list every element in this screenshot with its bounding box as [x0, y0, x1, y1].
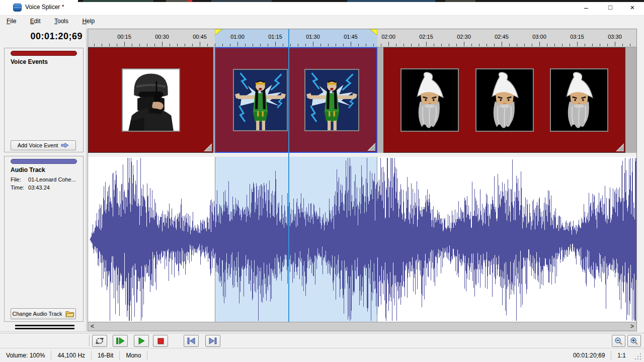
ruler-label: 03:15 — [570, 34, 584, 40]
clip-resize-grip-icon[interactable] — [616, 143, 624, 151]
ruler-label: 02:45 — [495, 34, 509, 40]
divider — [0, 331, 87, 332]
voice-splicer-window: Voice Splicer * – □ × File Edit Tools He… — [0, 0, 644, 362]
clip-resize-grip-icon[interactable] — [204, 143, 212, 151]
toolbar-separator — [89, 335, 90, 346]
menu-help[interactable]: Help — [77, 16, 100, 27]
maximize-button[interactable]: □ — [599, 0, 622, 15]
timeline-view: 00:1500:3000:4501:0001:1501:3001:4502:00… — [88, 29, 637, 331]
old-wizard-image — [550, 68, 608, 132]
separator-bar — [15, 328, 74, 329]
selection-start-marker[interactable] — [215, 29, 222, 35]
play-button[interactable] — [134, 335, 149, 347]
file-name: 01-Leonard Cohe... — [28, 176, 76, 183]
ruler-tick — [517, 44, 517, 46]
scroll-left-button[interactable]: < — [88, 322, 97, 331]
ruler-tick — [562, 44, 562, 46]
ruler-label: 00:15 — [117, 34, 131, 40]
ruler-tick — [471, 44, 472, 46]
clip-resize-grip-icon[interactable] — [367, 143, 375, 151]
ruler-tick — [290, 44, 291, 46]
ruler-tick — [320, 44, 321, 46]
ruler-tick — [230, 44, 230, 46]
ruler-tick — [381, 44, 381, 46]
play-from-start-icon — [116, 337, 125, 345]
ruler-tick — [592, 44, 593, 46]
ruler-tick — [449, 44, 449, 46]
stop-button[interactable] — [153, 335, 168, 347]
ruler-tick — [207, 44, 208, 46]
loop-icon — [95, 337, 105, 345]
ruler-tick — [185, 44, 185, 46]
skip-to-end-button[interactable] — [205, 335, 220, 347]
minimize-button[interactable]: – — [575, 0, 598, 15]
ruler-tick — [464, 42, 464, 46]
ruler-tick — [419, 44, 419, 46]
menu-tools[interactable]: Tools — [49, 16, 73, 27]
ruler-tick — [245, 44, 246, 46]
ruler-tick — [479, 44, 479, 46]
selection-end-marker[interactable] — [370, 29, 377, 35]
horizontal-scrollbar[interactable]: < > — [88, 322, 636, 331]
ruler-label: 03:00 — [532, 34, 546, 40]
ruler-tick — [373, 44, 374, 46]
voice-event-clip-wizard[interactable] — [383, 47, 625, 153]
ruler-tick — [494, 44, 495, 46]
play-all-button[interactable] — [113, 335, 128, 347]
scroll-right-button[interactable]: > — [628, 322, 636, 331]
time-ruler[interactable]: 00:1500:3000:4501:0001:1501:3001:4502:00… — [88, 29, 636, 47]
ruler-tick — [388, 42, 389, 46]
track-divider — [88, 153, 636, 157]
window-resize-grip-icon[interactable] — [635, 353, 642, 360]
waveform-view[interactable] — [88, 157, 636, 322]
voice-events-track — [88, 47, 636, 153]
audio-track-color-bar — [11, 159, 77, 164]
transport-toolbar — [0, 333, 644, 348]
app-logo-icon — [13, 4, 22, 12]
ruler-tick — [509, 44, 510, 46]
change-audio-track-button[interactable]: Change Audio Track — [11, 308, 76, 319]
ruler-tick — [539, 42, 540, 46]
background-window-sliver — [78, 0, 644, 2]
ruler-tick — [532, 44, 532, 46]
old-wizard-image — [475, 68, 534, 132]
status-sample-rate: 44,100 Hz — [51, 351, 92, 360]
ruler-tick — [117, 44, 117, 46]
zoom-out-button[interactable] — [612, 335, 625, 347]
audio-track-title: Audio Track — [11, 166, 45, 173]
voice-events-color-bar — [11, 51, 77, 56]
window-title: Voice Splicer * — [25, 4, 64, 11]
voice-event-clip-sorceress[interactable] — [215, 47, 377, 153]
voice-events-panel: Voice Events Add Voice Event — [4, 48, 84, 152]
ruler-tick — [253, 44, 253, 46]
ruler-tick — [102, 44, 102, 46]
close-button[interactable]: × — [621, 0, 644, 15]
zoom-out-icon — [614, 337, 623, 345]
ruler-label: 01:00 — [230, 34, 245, 40]
menu-bar: File Edit Tools Help — [0, 15, 644, 28]
lightning-sorceress-image — [304, 69, 359, 131]
ruler-tick — [154, 44, 155, 46]
audio-track-panel: Audio Track File: 01-Leonard Cohe... Tim… — [4, 156, 84, 322]
voice-event-clip-soldier[interactable] — [88, 47, 213, 153]
menu-file[interactable]: File — [2, 16, 21, 27]
playhead-cursor[interactable] — [288, 29, 289, 322]
ruler-tick — [109, 44, 110, 46]
ruler-tick — [524, 44, 525, 46]
skip-to-start-button[interactable] — [184, 335, 199, 347]
zoom-in-button[interactable] — [627, 335, 641, 347]
ruler-label: 02:00 — [381, 34, 395, 40]
ruler-tick — [336, 44, 336, 46]
ruler-tick — [343, 44, 344, 46]
ruler-tick — [147, 44, 147, 46]
blue-right-arrow-icon — [61, 143, 69, 148]
ruler-tick — [358, 44, 359, 46]
loop-button[interactable] — [92, 335, 107, 347]
voice-events-title: Voice Events — [11, 58, 48, 65]
audio-waveform[interactable] — [88, 157, 636, 322]
open-folder-icon — [65, 310, 74, 317]
menu-edit[interactable]: Edit — [25, 16, 46, 27]
add-voice-event-button[interactable]: Add Voice Event — [11, 140, 76, 150]
ruler-tick — [328, 44, 329, 46]
ruler-tick — [237, 42, 238, 46]
